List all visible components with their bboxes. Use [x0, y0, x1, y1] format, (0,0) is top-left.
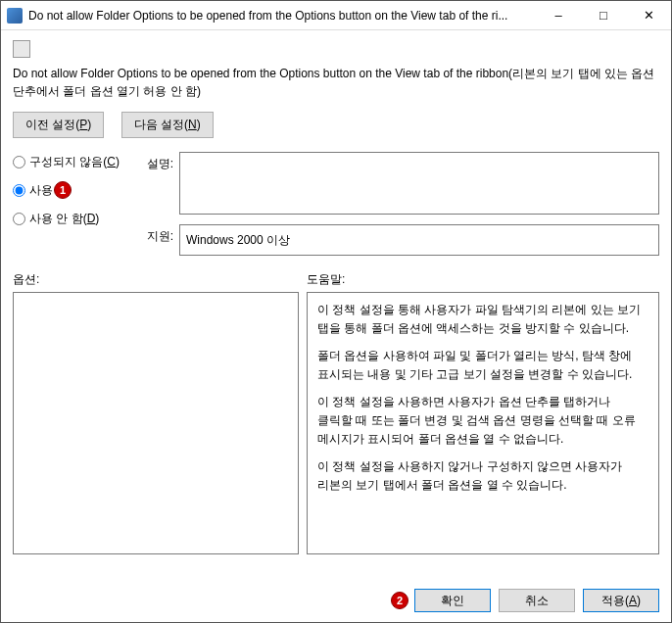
policy-title: Do not allow Folder Options to be opened…	[13, 65, 659, 100]
help-paragraph: 이 정책 설정을 사용하면 사용자가 옵션 단추를 탭하거나 클릭할 때 또는 …	[317, 393, 648, 448]
policy-icon	[13, 40, 30, 58]
help-paragraph: 이 정책 설정을 통해 사용자가 파일 탐색기의 리본에 있는 보기 탭을 통해…	[317, 301, 648, 337]
options-column: 옵션:	[13, 271, 299, 554]
cancel-button[interactable]: 취소	[499, 589, 575, 612]
radio-not-configured-label: 구성되지 않음(C)	[29, 154, 120, 170]
dialog-footer: 2 확인 취소 적용(A)	[391, 589, 659, 612]
description-label: 설명:	[132, 152, 179, 172]
lower-section: 옵션: 도움말: 이 정책 설정을 통해 사용자가 파일 탐색기의 리본에 있는…	[13, 271, 659, 554]
apply-button[interactable]: 적용(A)	[583, 589, 659, 612]
mid-section: 구성되지 않음(C) 사용 1 사용 안 함(D) 설명: 지원: Window…	[13, 152, 659, 256]
radio-not-configured[interactable]: 구성되지 않음(C)	[13, 154, 132, 170]
support-box[interactable]: Windows 2000 이상	[179, 224, 659, 256]
radio-enabled-label: 사용	[29, 182, 53, 199]
help-label: 도움말:	[307, 271, 659, 288]
radio-not-configured-input[interactable]	[13, 156, 25, 168]
maximize-button[interactable]: □	[581, 1, 626, 29]
description-box[interactable]	[179, 152, 659, 215]
titlebar-buttons: – □ ✕	[536, 1, 671, 29]
radio-disabled-label: 사용 안 함(D)	[29, 211, 99, 227]
minimize-button[interactable]: –	[536, 1, 581, 29]
annotation-badge-1: 1	[54, 181, 72, 199]
help-paragraph: 폴더 옵션을 사용하여 파일 및 폴더가 열리는 방식, 탐색 창에 표시되는 …	[317, 347, 648, 383]
previous-setting-button[interactable]: 이전 설정(P)	[13, 112, 104, 138]
help-paragraph: 이 정책 설정을 사용하지 않거나 구성하지 않으면 사용자가 리본의 보기 탭…	[317, 457, 648, 494]
ok-button[interactable]: 확인	[414, 589, 491, 612]
options-box[interactable]	[13, 292, 299, 554]
radio-enabled-input[interactable]	[13, 184, 25, 197]
titlebar: Do not allow Folder Options to be opened…	[1, 1, 671, 30]
radio-disabled-input[interactable]	[13, 213, 25, 225]
nav-row: 이전 설정(P) 다음 설정(N)	[13, 112, 659, 138]
help-box[interactable]: 이 정책 설정을 통해 사용자가 파일 탐색기의 리본에 있는 보기 탭을 통해…	[307, 292, 659, 554]
radio-enabled[interactable]: 사용 1	[13, 182, 132, 199]
radio-disabled[interactable]: 사용 안 함(D)	[13, 211, 132, 227]
window-title: Do not allow Folder Options to be opened…	[28, 9, 536, 23]
app-icon	[7, 8, 23, 24]
content-area: Do not allow Folder Options to be opened…	[1, 30, 671, 564]
help-column: 도움말: 이 정책 설정을 통해 사용자가 파일 탐색기의 리본에 있는 보기 …	[307, 271, 659, 554]
support-label: 지원:	[132, 224, 179, 245]
support-value: Windows 2000 이상	[186, 232, 290, 249]
radio-group: 구성되지 않음(C) 사용 1 사용 안 함(D)	[13, 152, 132, 227]
next-setting-button[interactable]: 다음 설정(N)	[121, 112, 214, 138]
close-button[interactable]: ✕	[626, 1, 671, 29]
options-label: 옵션:	[13, 271, 299, 288]
annotation-badge-2: 2	[391, 592, 408, 609]
